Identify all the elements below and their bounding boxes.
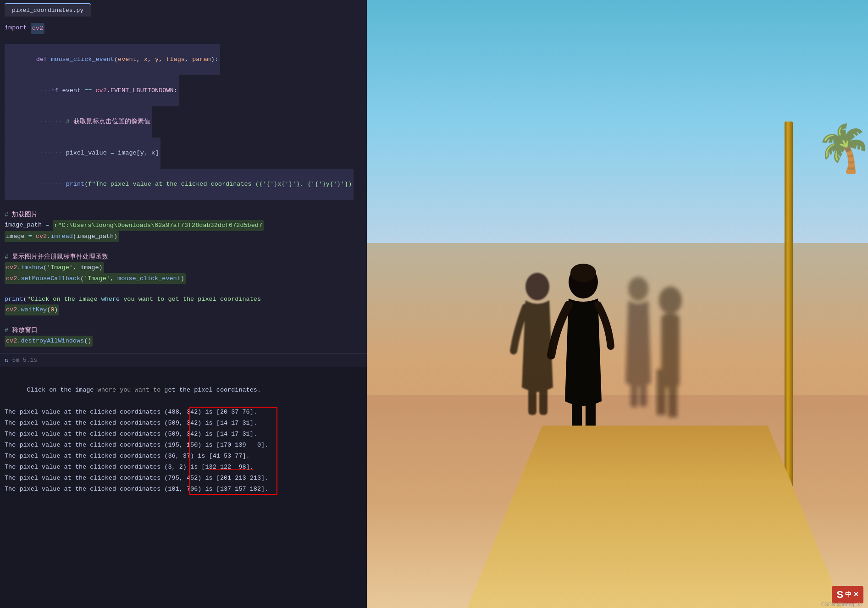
sky-background bbox=[367, 0, 868, 243]
svg-rect-2 bbox=[657, 369, 666, 415]
svg-rect-12 bbox=[630, 373, 638, 407]
svg-point-5 bbox=[570, 264, 596, 282]
svg-point-8 bbox=[525, 273, 549, 300]
code-line-7: ········print(f"The pixel value at the c… bbox=[5, 169, 367, 200]
svg-rect-7 bbox=[586, 392, 596, 431]
tab-bar: pixel_coordinates.py bbox=[0, 0, 367, 17]
status-time: 5m 5.1s bbox=[12, 357, 37, 364]
csdn-label: CSDN @loong_Xi... bbox=[819, 601, 868, 608]
active-tab[interactable]: pixel_coordinates.py bbox=[5, 3, 91, 17]
code-panel: pixel_coordinates.py import cv2 def mous… bbox=[0, 0, 367, 608]
output-line-1: Click on the image where you want to get… bbox=[5, 374, 362, 407]
status-icon: ↻ bbox=[5, 356, 8, 364]
code-line-2 bbox=[5, 34, 367, 44]
where-text: where you want to g bbox=[98, 387, 168, 393]
code-line-8 bbox=[5, 200, 367, 210]
code-line-12 bbox=[5, 242, 367, 252]
svg-rect-13 bbox=[640, 375, 647, 407]
output-line-2: The pixel value at the clicked coordinat… bbox=[5, 407, 362, 418]
image-panel: 🌴 bbox=[367, 0, 868, 608]
code-line-21: cv2.destroyAllWindows() bbox=[5, 336, 367, 347]
output-line-8: The pixel value at the clicked coordinat… bbox=[5, 473, 362, 484]
code-line-17: print("Click on the image where you want… bbox=[5, 294, 367, 304]
module-cv2: cv2 bbox=[32, 25, 43, 32]
output-line-7: The pixel value at the clicked coordinat… bbox=[5, 462, 362, 473]
code-line-10: image_path = r"C:\Users\loong\Downloads\… bbox=[5, 220, 367, 231]
csdn-text: 中 ✕ bbox=[845, 591, 859, 599]
output-panel: Click on the image where you want to get… bbox=[0, 367, 367, 608]
output-line-5: The pixel value at the clicked coordinat… bbox=[5, 440, 362, 451]
code-line-4: ····if event == cv2.EVENT_LBUTTONDOWN: bbox=[5, 75, 367, 106]
code-line-19 bbox=[5, 315, 367, 326]
output-line-9: The pixel value at the clicked coordinat… bbox=[5, 484, 362, 495]
code-line-3: def mouse_click_event(event, x, y, flags… bbox=[5, 44, 367, 75]
status-bar: ↻ 5m 5.1s bbox=[0, 353, 367, 367]
svg-rect-10 bbox=[539, 381, 547, 415]
keyword-import: import bbox=[5, 23, 27, 33]
output-line-6: The pixel value at the clicked coordinat… bbox=[5, 451, 362, 462]
output-line-4: The pixel value at the clicked coordinat… bbox=[5, 429, 362, 440]
code-line-6: ········pixel_value = image[y, x] bbox=[5, 138, 367, 169]
output-lines-container: The pixel value at the clicked coordinat… bbox=[5, 407, 362, 495]
svg-rect-9 bbox=[528, 378, 536, 415]
func-name: mouse_click_event bbox=[51, 56, 114, 63]
code-line-11: image = cv2.imread(image_path) bbox=[5, 231, 367, 242]
code-line-9: # 加载图片 bbox=[5, 210, 367, 220]
code-line-5: ········# 获取鼠标点击位置的像素值 bbox=[5, 106, 367, 138]
code-editor: import cv2 def mouse_click_event(event, … bbox=[0, 17, 367, 353]
people-silhouettes bbox=[492, 209, 721, 438]
code-line-14: cv2.imshow('Image', image) bbox=[5, 262, 367, 273]
svg-point-0 bbox=[659, 287, 682, 314]
code-line-15: cv2.setMouseCallback('Image', mouse_clic… bbox=[5, 273, 367, 284]
palm-tree: 🌴 bbox=[815, 122, 868, 178]
keyword-def: def bbox=[36, 56, 47, 63]
code-line-13: # 显示图片并注册鼠标事件处理函数 bbox=[5, 252, 367, 262]
code-line-18: cv2.waitKey(0) bbox=[5, 304, 367, 315]
csdn-s: S bbox=[836, 589, 843, 601]
keyword-if: if bbox=[51, 87, 58, 94]
code-line-20: # 释放窗口 bbox=[5, 326, 367, 336]
code-line-16 bbox=[5, 284, 367, 294]
svg-point-11 bbox=[628, 277, 648, 301]
tab-label: pixel_coordinates.py bbox=[12, 7, 83, 14]
svg-rect-3 bbox=[668, 374, 677, 417]
output-line-3: The pixel value at the clicked coordinat… bbox=[5, 418, 362, 429]
code-line-1: import cv2 bbox=[5, 23, 367, 34]
